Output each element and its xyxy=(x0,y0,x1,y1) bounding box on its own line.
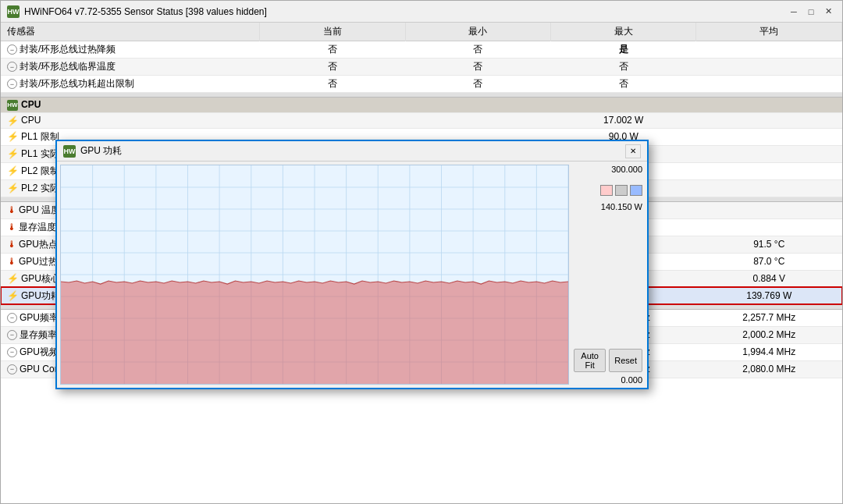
minus-icon: − xyxy=(7,79,17,89)
lightning-icon: ⚡ xyxy=(7,115,19,126)
lightning-icon: ⚡ xyxy=(7,273,19,284)
lightning-icon: ⚡ xyxy=(7,148,19,159)
col-header-min: 最小 xyxy=(405,23,550,41)
titlebar: HW HWiNFO64 v7.72-5355 Sensor Status [39… xyxy=(1,1,842,23)
chart-zero-label: 0.000 xyxy=(574,375,642,385)
chart-buttons: Auto Fit Reset xyxy=(574,349,642,372)
row-avg xyxy=(696,112,842,128)
section-label: HWCPU xyxy=(1,98,842,113)
minus-icon: − xyxy=(7,313,17,323)
row-avg xyxy=(696,179,842,197)
minus-icon: − xyxy=(7,330,17,340)
row-min xyxy=(405,112,550,128)
row-avg xyxy=(696,218,842,236)
row-label: PL1 实际 xyxy=(21,148,59,159)
autofit-button[interactable]: Auto Fit xyxy=(574,349,606,372)
row-current: 否 xyxy=(260,76,405,93)
color-box-3[interactable] xyxy=(630,185,642,196)
row-current: 否 xyxy=(260,41,405,59)
row-avg xyxy=(696,128,842,145)
chart-svg xyxy=(61,165,568,384)
row-label: PL1 限制 xyxy=(21,131,59,142)
row-max: 是 xyxy=(551,41,696,59)
row-label: 封装/环形总线功耗超出限制 xyxy=(20,78,134,89)
row-label: PL2 实际 xyxy=(21,183,59,193)
row-min: 否 xyxy=(405,41,550,59)
row-max: 否 xyxy=(551,76,696,93)
minimize-button[interactable]: ─ xyxy=(786,4,802,20)
popup-titlebar-left: HW GPU 功耗 xyxy=(63,144,122,158)
row-avg xyxy=(696,162,842,179)
table-row: −封装/环形总线功耗超出限制否否否 xyxy=(1,76,842,93)
chart-right-panel: 300.000 140.150 W Auto Fit Reset 0.000 xyxy=(569,161,647,388)
row-avg xyxy=(696,201,842,218)
row-label: PL2 限制 xyxy=(21,165,59,176)
thermometer-icon: 🌡 xyxy=(7,222,16,232)
row-min: 否 xyxy=(405,76,550,93)
popup-titlebar: HW GPU 功耗 ✕ xyxy=(57,141,647,161)
thermometer-icon: 🌡 xyxy=(7,239,16,250)
col-header-avg: 平均 xyxy=(696,23,842,41)
minus-icon: − xyxy=(7,347,17,357)
row-avg: 2,000.2 MHz xyxy=(696,326,842,343)
row-avg xyxy=(696,145,842,162)
table-row: ⚡CPU17.002 W xyxy=(1,112,842,128)
reset-button[interactable]: Reset xyxy=(609,349,642,372)
row-sensor-name: −封装/环形总线临界温度 xyxy=(1,59,260,76)
gpu-power-dialog: HW GPU 功耗 ✕ xyxy=(55,140,649,389)
row-avg: 139.769 W xyxy=(696,287,842,304)
row-sensor-name: −封装/环形总线功耗超出限制 xyxy=(1,76,260,93)
chart-mid-label: 140.150 W xyxy=(574,202,642,211)
minus-icon: − xyxy=(7,364,17,374)
row-current xyxy=(260,112,405,128)
popup-app-icon: HW xyxy=(63,145,76,158)
popup-body: 300.000 140.150 W Auto Fit Reset 0.000 xyxy=(57,161,647,388)
row-avg xyxy=(696,76,842,93)
row-label: GPU功耗 xyxy=(21,290,60,301)
chart-color-boxes xyxy=(574,185,642,196)
col-header-max: 最大 xyxy=(551,23,696,41)
app-icon: HW xyxy=(7,5,20,18)
titlebar-left: HW HWiNFO64 v7.72-5355 Sensor Status [39… xyxy=(7,5,267,18)
row-min: 否 xyxy=(405,59,550,76)
lightning-icon: ⚡ xyxy=(7,290,19,301)
close-button[interactable]: ✕ xyxy=(820,4,836,20)
row-sensor-name: −封装/环形总线过热降频 xyxy=(1,41,260,59)
row-label: GPU 温度 xyxy=(19,204,60,215)
popup-title: GPU 功耗 xyxy=(80,144,122,158)
maximize-button[interactable]: □ xyxy=(803,4,819,20)
popup-close-button[interactable]: ✕ xyxy=(625,144,641,158)
row-max: 17.002 W xyxy=(551,112,696,128)
row-label: CPU xyxy=(21,115,41,126)
titlebar-controls: ─ □ ✕ xyxy=(786,4,836,20)
main-content: 传感器 当前 最小 最大 平均 −封装/环形总线过热降频否否是−封装/环形总线临… xyxy=(1,23,842,503)
lightning-icon: ⚡ xyxy=(7,131,19,142)
row-label: 显存温度 xyxy=(19,222,56,232)
window-title: HWiNFO64 v7.72-5355 Sensor Status [398 v… xyxy=(24,6,267,17)
row-avg: 1,994.4 MHz xyxy=(696,343,842,360)
color-box-1[interactable] xyxy=(600,185,613,196)
thermometer-icon: 🌡 xyxy=(7,256,16,267)
chart-max-label: 300.000 xyxy=(574,165,642,174)
minus-icon: − xyxy=(7,44,17,55)
row-sensor-name: ⚡CPU xyxy=(1,112,260,128)
col-header-sensor: 传感器 xyxy=(1,23,260,41)
lightning-icon: ⚡ xyxy=(7,165,19,176)
row-label: 显存频率 xyxy=(20,329,57,340)
lightning-icon: ⚡ xyxy=(7,183,19,193)
section-header-row: HWCPU xyxy=(1,98,842,113)
color-box-2[interactable] xyxy=(615,185,628,196)
row-label: 封装/环形总线临界温度 xyxy=(20,61,116,72)
row-current: 否 xyxy=(260,59,405,76)
col-header-current: 当前 xyxy=(260,23,405,41)
table-row: −封装/环形总线临界温度否否否 xyxy=(1,59,842,76)
chart-area xyxy=(60,165,569,385)
row-max: 否 xyxy=(551,59,696,76)
row-avg: 87.0 °C xyxy=(696,253,842,270)
table-row: −封装/环形总线过热降频否否是 xyxy=(1,41,842,59)
row-avg xyxy=(696,41,842,59)
minus-icon: − xyxy=(7,62,17,72)
row-avg: 91.5 °C xyxy=(696,236,842,253)
row-label: 封装/环形总线过热降频 xyxy=(20,44,116,55)
row-label: GPU频率 xyxy=(20,312,59,323)
